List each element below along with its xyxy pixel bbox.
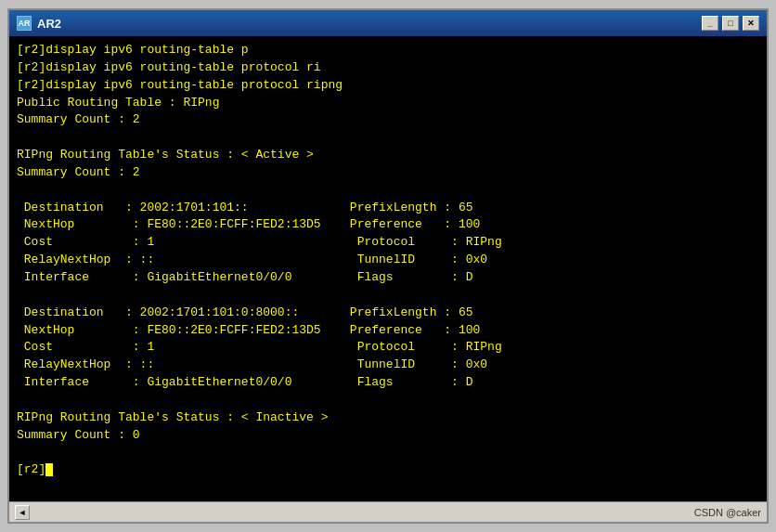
scroll-left-button[interactable]: ◄ <box>15 505 30 520</box>
terminal-window: AR AR2 _ □ ✕ [r2]display ipv6 routing-ta… <box>7 8 769 524</box>
terminal-cursor <box>45 463 53 476</box>
title-bar: AR AR2 _ □ ✕ <box>9 10 767 36</box>
terminal-content: [r2]display ipv6 routing-table p [r2]dis… <box>17 42 759 479</box>
window-title: AR2 <box>37 17 61 31</box>
terminal-screen[interactable]: [r2]display ipv6 routing-table p [r2]dis… <box>9 36 767 501</box>
minimize-button[interactable]: _ <box>702 16 718 31</box>
app-icon: AR <box>17 16 32 31</box>
watermark-text: CSDN @caker <box>694 507 761 518</box>
window-controls: _ □ ✕ <box>702 16 759 31</box>
title-bar-left: AR AR2 <box>17 16 61 31</box>
status-bar: ◄ CSDN @caker <box>9 501 767 522</box>
app-icon-label: AR <box>19 19 31 28</box>
close-button[interactable]: ✕ <box>743 16 759 31</box>
restore-button[interactable]: □ <box>722 16 739 31</box>
statusbar-left: ◄ <box>15 505 30 520</box>
